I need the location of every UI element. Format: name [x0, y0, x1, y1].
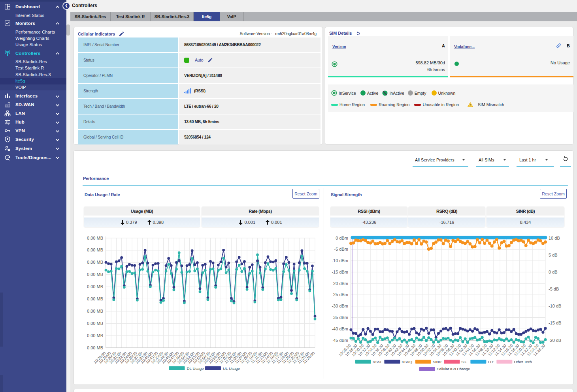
svg-text:0.00 MB: 0.00 MB	[87, 284, 103, 289]
svg-text:0.00 MB: 0.00 MB	[87, 333, 103, 338]
svg-text:Other Tech: Other Tech	[514, 360, 532, 364]
svg-text:5G: 5G	[462, 360, 466, 364]
svg-text:UL Usage: UL Usage	[223, 366, 240, 371]
svg-text:RSRQ: RSRQ	[402, 360, 412, 364]
svg-text:-15 dB: -15 dB	[549, 321, 561, 325]
svg-text:-20 dBm: -20 dBm	[332, 281, 348, 286]
svg-text:0.00 MB: 0.00 MB	[87, 260, 103, 264]
svg-text:RSSI: RSSI	[373, 360, 381, 364]
svg-text:0 dB: 0 dB	[549, 270, 558, 274]
svg-text:10 dB: 10 dB	[549, 236, 560, 240]
svg-text:0.00 MB: 0.00 MB	[87, 345, 103, 350]
svg-text:0.00 MB: 0.00 MB	[87, 248, 103, 252]
svg-text:0.00 MB: 0.00 MB	[87, 236, 103, 240]
svg-text:0 dBm: 0 dBm	[336, 236, 348, 240]
svg-text:LTE: LTE	[488, 360, 494, 364]
svg-text:DL Usage: DL Usage	[187, 366, 204, 371]
svg-text:-30 dBm: -30 dBm	[332, 304, 348, 308]
svg-text:Cellular KPI Change: Cellular KPI Change	[437, 367, 470, 371]
svg-text:-40 dBm: -40 dBm	[332, 326, 348, 331]
svg-text:-5 dBm: -5 dBm	[334, 247, 348, 251]
svg-text:-25 dBm: -25 dBm	[332, 292, 348, 297]
svg-text:-10 dBm: -10 dBm	[332, 258, 348, 263]
svg-text:0.00 MB: 0.00 MB	[87, 309, 103, 313]
svg-text:-35 dBm: -35 dBm	[332, 315, 348, 320]
svg-text:-20 dB: -20 dB	[549, 338, 561, 343]
svg-text:0.00 MB: 0.00 MB	[87, 296, 103, 301]
svg-text:-5 dB: -5 dB	[549, 287, 559, 291]
svg-text:-10 dB: -10 dB	[549, 304, 561, 308]
svg-text:5 dB: 5 dB	[549, 253, 558, 257]
svg-text:SINR: SINR	[433, 360, 441, 364]
svg-text:0.00 MB: 0.00 MB	[87, 321, 103, 326]
svg-text:-15 dBm: -15 dBm	[332, 270, 348, 274]
svg-text:-45 dBm: -45 dBm	[332, 338, 348, 343]
svg-text:0.00 MB: 0.00 MB	[87, 272, 103, 277]
